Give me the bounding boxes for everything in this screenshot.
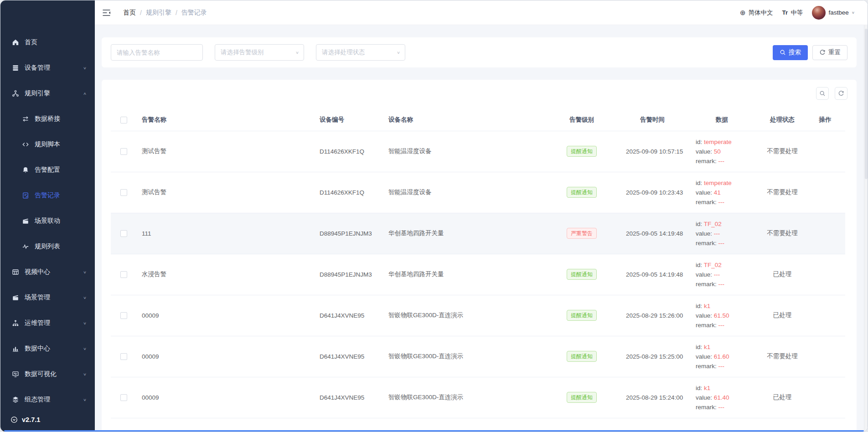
sidebar-item-scene-mgmt[interactable]: 场景管理 ∨ <box>0 285 95 310</box>
data-cell: id: temperate value: 50 remark: --- <box>684 131 760 172</box>
device-id-cell: D641J4XVNE95 <box>314 295 383 336</box>
search-icon <box>819 90 826 97</box>
alarm-level-placeholder: 请选择告警级别 <box>221 48 264 57</box>
row-checkbox[interactable] <box>120 189 127 196</box>
select-all-checkbox[interactable] <box>120 117 127 123</box>
row-checkbox[interactable] <box>120 353 127 360</box>
sidebar-item-rule-list[interactable]: 规则列表 <box>0 234 95 259</box>
row-checkbox[interactable] <box>120 312 127 319</box>
checkbox-cell <box>111 418 136 432</box>
sidebar-item-scene-link[interactable]: 场景联动 <box>0 208 95 234</box>
chevron-down-icon: ∨ <box>295 50 299 54</box>
document-edit-icon <box>21 192 29 200</box>
device-id-cell: D641J4XVNE95 <box>314 377 383 418</box>
breadcrumb-rule-engine[interactable]: 规则引擎 <box>146 9 171 17</box>
sidebar-item-ops-mgmt[interactable]: 运维管理 ∨ <box>0 310 95 336</box>
data-remark-line: remark: --- <box>696 197 754 207</box>
sidebar-item-rule-engine[interactable]: 规则引擎 ∧ <box>0 81 95 106</box>
sidebar-item-home[interactable]: 首页 <box>0 30 95 55</box>
data-value-line: value: 61.60 <box>696 352 754 361</box>
header-device-id: 设备编号 <box>314 109 383 131</box>
data-remark-line: remark: --- <box>696 320 754 330</box>
header-alarm-level: 告警级别 <box>543 109 620 131</box>
chevron-up-icon: ∧ <box>83 91 87 95</box>
sidebar-item-data-center[interactable]: 数据中心 ∨ <box>0 336 95 361</box>
reset-button-label: 重置 <box>828 48 841 57</box>
content: 请选择告警级别 ∨ 请选择处理状态 ∨ 搜索 重置 <box>95 25 868 432</box>
alarm-name-cell: 00009 <box>136 377 314 418</box>
table-header-row: 告警名称 设备编号 设备名称 告警级别 告警时间 数据 处理状态 操作 <box>111 109 845 131</box>
status-cell: 不需要处理 <box>760 131 805 172</box>
alarm-time-cell: 2025-09-09 10:23:43 <box>620 172 684 213</box>
alarm-name-cell: 测试告警 <box>136 172 314 213</box>
device-name-cell: 智嵌物联GE300D-直连演示 <box>383 377 543 418</box>
alarm-name-cell <box>136 418 314 432</box>
sidebar-item-video-center[interactable]: 视频中心 ∨ <box>0 259 95 285</box>
device-name-cell <box>383 418 543 432</box>
device-name-cell: 智嵌物联GE300D-直连演示 <box>383 336 543 377</box>
handle-status-placeholder: 请选择处理状态 <box>322 48 365 57</box>
handle-status-select[interactable]: 请选择处理状态 ∨ <box>316 44 405 61</box>
alarm-level-select[interactable]: 请选择告警级别 ∨ <box>215 44 304 61</box>
show-search-button[interactable] <box>816 87 829 100</box>
alarm-time-cell: 2025-09-05 14:19:48 <box>620 213 684 254</box>
bell-icon <box>21 166 29 174</box>
sidebar-menu: 首页 设备管理 ∨ 规则引擎 ∧ 数据桥接 规则脚本 <box>0 30 95 412</box>
search-button[interactable]: 搜索 <box>773 45 808 60</box>
alarm-level-cell: 严重警告 <box>543 213 620 254</box>
code-icon <box>21 141 29 149</box>
sidebar-item-device-mgmt[interactable]: 设备管理 ∨ <box>0 55 95 81</box>
clapperboard-icon <box>11 294 19 302</box>
action-cell <box>805 254 845 295</box>
row-checkbox[interactable] <box>120 394 127 401</box>
sidebar-item-label: 数据桥接 <box>35 115 60 123</box>
action-cell <box>805 172 845 213</box>
data-value-line: value: 50 <box>696 147 754 156</box>
row-checkbox[interactable] <box>120 271 127 278</box>
alarm-level-badge: 提醒通知 <box>567 310 597 321</box>
breadcrumb-home[interactable]: 首页 <box>123 9 136 17</box>
sidebar-collapse-button[interactable] <box>101 8 111 18</box>
sidebar-item-config-mgmt[interactable]: 组态管理 ∨ <box>0 387 95 412</box>
alarm-level-cell: 提醒通知 <box>543 377 620 418</box>
device-id-cell: D114626XKF1Q <box>314 131 383 172</box>
version-label: v2.7.1 <box>22 416 40 423</box>
data-value-line: value: --- <box>696 270 754 279</box>
alarm-name-cell: 00009 <box>136 295 314 336</box>
checkbox-cell <box>111 254 136 295</box>
sidebar-item-label: 视频中心 <box>25 268 50 276</box>
device-id-cell <box>314 418 383 432</box>
language-label: 简体中文 <box>749 9 773 17</box>
vertical-scrollbar[interactable] <box>864 25 868 432</box>
sidebar-item-rule-script[interactable]: 规则脚本 <box>0 132 95 157</box>
alarm-level-cell <box>543 418 620 432</box>
alarm-level-badge: 提醒通知 <box>567 351 597 362</box>
table-row: 水浸告警 D88945P1EJNJM3 华创基地四路开关量 提醒通知 2025-… <box>111 254 845 295</box>
header-device-name: 设备名称 <box>383 109 543 131</box>
alarm-name-cell: 111 <box>136 213 314 254</box>
refresh-icon <box>838 90 844 97</box>
language-switch[interactable]: ⊕ 简体中文 <box>740 9 773 17</box>
checkbox-cell <box>111 131 136 172</box>
reset-button[interactable]: 重置 <box>812 45 847 60</box>
font-size-switch[interactable]: Tr 中等 <box>782 9 803 17</box>
data-id-line: id: k1 <box>696 342 754 352</box>
data-value-line: value: 61.50 <box>696 311 754 320</box>
data-cell: id: k1 <box>684 418 760 432</box>
refresh-table-button[interactable] <box>835 87 847 100</box>
alarm-name-input[interactable] <box>111 44 203 61</box>
sidebar-item-alarm-config[interactable]: 告警配置 <box>0 157 95 183</box>
data-value-line: value: 61.40 <box>696 393 754 402</box>
sidebar-item-label: 告警记录 <box>35 191 60 200</box>
sidebar-item-data-visualization[interactable]: 数据可视化 ∨ <box>0 361 95 387</box>
data-remark-line: remark: --- <box>696 279 754 289</box>
data-remark-line: remark: --- <box>696 361 754 371</box>
sidebar-item-data-bridge[interactable]: 数据桥接 <box>0 106 95 132</box>
scrollbar-thumb[interactable] <box>865 29 868 179</box>
row-checkbox[interactable] <box>120 230 127 237</box>
sitemap-icon <box>11 319 19 327</box>
row-checkbox[interactable] <box>120 148 127 155</box>
version-row[interactable]: v2.7.1 <box>0 411 95 429</box>
user-menu[interactable]: fastbee ∨ <box>812 6 855 20</box>
sidebar-item-alarm-log[interactable]: 告警记录 <box>0 183 95 208</box>
